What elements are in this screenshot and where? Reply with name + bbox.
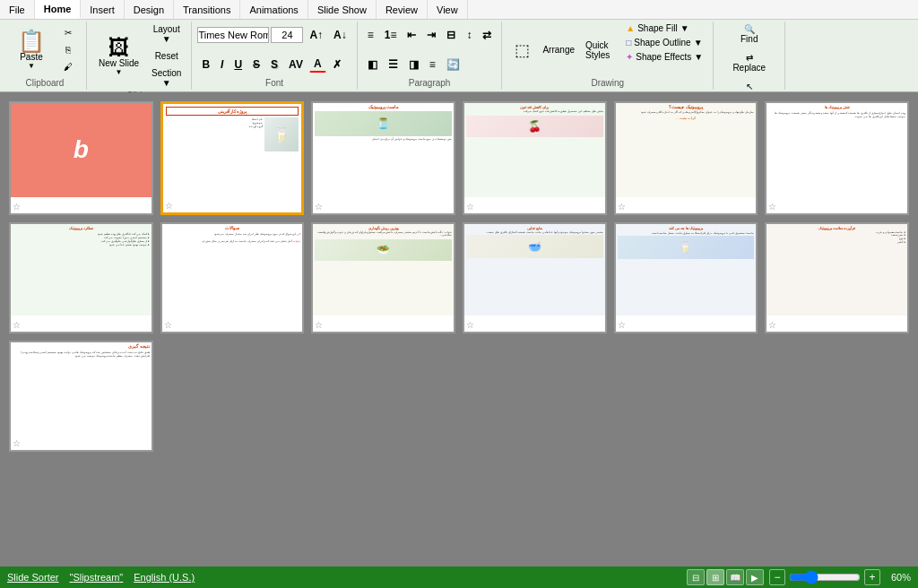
- paste-icon: 📋: [18, 30, 45, 52]
- slide-5-num: 5: [616, 197, 757, 213]
- font-size-input[interactable]: [271, 27, 303, 43]
- slides-grid: b ☆ 1 پروژه کار آفرینی نام استاد: موضوع:…: [9, 101, 909, 452]
- font-color-button[interactable]: A: [309, 56, 326, 73]
- cut-button[interactable]: ✂: [56, 25, 81, 40]
- numbering-button[interactable]: 1≡: [380, 27, 402, 43]
- status-left: Slide Sorter "Slipstream" English (U.S.): [7, 572, 195, 583]
- slide-4-num: 4: [464, 197, 605, 213]
- slide-8-content: سوالات کی این سوال که در مورد پروبیوتیک …: [162, 224, 303, 316]
- slide-4-content: برای کاهش قند خون بخش های مختلف این محصو…: [464, 103, 605, 197]
- drawing-label: Drawing: [592, 78, 625, 90]
- tab-view[interactable]: View: [428, 0, 468, 19]
- slide-12[interactable]: فرآورده سلامت پروبیوتیک ● ماست معمولی و …: [765, 222, 909, 334]
- shapes-button[interactable]: ⬚: [507, 38, 536, 63]
- zoom-slider[interactable]: [789, 570, 861, 584]
- slide-10-num: 10: [464, 316, 605, 332]
- slide-sorter[interactable]: b ☆ 1 پروژه کار آفرینی نام استاد: موضوع:…: [0, 92, 918, 566]
- status-bar: Slide Sorter "Slipstream" English (U.S.)…: [0, 566, 918, 588]
- strikethrough-button[interactable]: S: [248, 56, 264, 73]
- italic-button[interactable]: I: [216, 56, 228, 73]
- slide-4[interactable]: برای کاهش قند خون بخش های مختلف این محصو…: [463, 101, 607, 215]
- tab-file[interactable]: File: [0, 0, 35, 19]
- status-right: ⊟ ⊞ 📖 ▶ − + 60%: [687, 569, 911, 585]
- line-spacing-button[interactable]: ↕: [462, 27, 476, 43]
- zoom-out-button[interactable]: −: [769, 569, 785, 585]
- reading-view-button[interactable]: 📖: [726, 569, 744, 585]
- quick-styles-button[interactable]: QuickStyles: [581, 38, 614, 63]
- slide-1[interactable]: b ☆ 1: [9, 101, 153, 215]
- tab-animations[interactable]: Animations: [240, 0, 307, 19]
- arrange-button[interactable]: Arrange: [538, 38, 579, 63]
- reset-button[interactable]: Reset: [147, 48, 186, 64]
- tab-review[interactable]: Review: [377, 0, 428, 19]
- zoom-level[interactable]: 60%: [884, 572, 911, 583]
- slide-3[interactable]: ماست پروبیوتیک 🫙 متن توضیحات در مورد ماس…: [311, 101, 455, 215]
- normal-view-button[interactable]: ⊟: [687, 569, 705, 585]
- find-button[interactable]: 🔍 Find: [728, 22, 770, 47]
- section-button[interactable]: Section ▼: [147, 65, 186, 91]
- find-label: Find: [740, 34, 758, 44]
- columns-button[interactable]: ⊟: [442, 27, 460, 43]
- decrease-indent-button[interactable]: ⇤: [403, 27, 420, 43]
- smart-art-button[interactable]: 🔄: [442, 56, 464, 73]
- editing-group: 🔍 Find ⇄ Replace ↖ Select ▼ Editing: [714, 22, 785, 90]
- slide-7[interactable]: عملکرد پروبیوتیک ● کمک می کند تا باکتری …: [9, 222, 153, 334]
- slide-7-content: عملکرد پروبیوتیک ● کمک می کند تا باکتری …: [11, 224, 152, 316]
- slide-10[interactable]: منابع غذایی مخمر بدون محتوا پروبیوتیک مو…: [463, 222, 607, 334]
- view-mode-label[interactable]: Slide Sorter: [7, 572, 58, 583]
- font-name-input[interactable]: [197, 27, 269, 43]
- grow-font-button[interactable]: A↑: [305, 27, 327, 43]
- replace-button[interactable]: ⇄ Replace: [728, 50, 770, 75]
- shape-effects-button[interactable]: ✦ Shape Effects ▼: [621, 50, 707, 64]
- justify-button[interactable]: ≡: [425, 56, 440, 73]
- copy-button[interactable]: ⎘: [56, 42, 81, 57]
- zoom-in-button[interactable]: +: [864, 569, 880, 585]
- slideshow-view-button[interactable]: ▶: [746, 569, 764, 585]
- slide-1-num: 1: [11, 197, 152, 213]
- tab-home[interactable]: Home: [35, 0, 82, 19]
- slides-row: 🖼 New Slide ▼ Layout ▼ Reset Section ▼: [92, 22, 186, 91]
- slide-13[interactable]: نتیجه گیری طبق نتایج به دست آمده در پایا…: [9, 341, 153, 452]
- theme-label[interactable]: "Slipstream": [69, 572, 123, 583]
- tab-design[interactable]: Design: [125, 0, 174, 19]
- new-slide-label: New Slide: [99, 58, 139, 68]
- layout-label: Layout: [153, 24, 180, 34]
- shape-outline-button[interactable]: □ Shape Outline ▼: [621, 36, 707, 49]
- char-spacing-button[interactable]: AV: [284, 56, 307, 73]
- slide-11[interactable]: پروبیوتیک ها چه می کنند ماست: محصول لبنی…: [614, 222, 758, 334]
- ribbon: File Home Insert Design Transitions Anim…: [0, 0, 918, 92]
- slide-9[interactable]: بهترین روش نگهداری جواب: نگه داشتن ماست …: [311, 222, 455, 334]
- shape-outline-label: Shape Outline: [634, 38, 690, 48]
- clipboard-label: Clipboard: [26, 78, 65, 90]
- layout-button[interactable]: Layout ▼: [147, 22, 186, 47]
- format-painter-button[interactable]: 🖌: [56, 59, 81, 74]
- shape-fill-button[interactable]: ▲ Shape Fill ▼: [621, 22, 707, 35]
- bold-button[interactable]: B: [197, 56, 214, 73]
- font-row1: A↑ A↓: [197, 22, 351, 49]
- tab-transitions[interactable]: Transitions: [174, 0, 240, 19]
- text-direction-button[interactable]: ⇄: [478, 27, 496, 43]
- slide-10-content: منابع غذایی مخمر بدون محتوا پروبیوتیک مو…: [464, 224, 605, 316]
- increase-indent-button[interactable]: ⇥: [422, 27, 440, 43]
- align-right-button[interactable]: ◨: [404, 56, 423, 73]
- tab-slideshow[interactable]: Slide Show: [308, 0, 377, 19]
- underline-button[interactable]: U: [230, 56, 247, 73]
- slide-5[interactable]: پروبیوتیک چیست؟ سازمان های جهانی پروبیوت…: [614, 101, 758, 215]
- new-slide-button[interactable]: 🖼 New Slide ▼: [92, 31, 145, 82]
- slide-2[interactable]: پروژه کار آفرینی نام استاد: موضوع: گروه …: [160, 101, 305, 215]
- align-center-button[interactable]: ☰: [384, 56, 403, 73]
- slide-sorter-view-button[interactable]: ⊞: [706, 569, 724, 585]
- align-left-button[interactable]: ◧: [363, 56, 382, 73]
- drawing-right: ▲ Shape Fill ▼ □ Shape Outline ▼ ✦ Shape…: [621, 22, 707, 78]
- shadow-button[interactable]: S: [266, 56, 282, 73]
- paste-button[interactable]: 📋 Paste ▼: [9, 25, 54, 75]
- slide-12-content: فرآورده سلامت پروبیوتیک ● ماست معمولی و …: [766, 224, 907, 316]
- clear-format-button[interactable]: ✗: [328, 56, 346, 73]
- bullets-button[interactable]: ≡: [363, 27, 378, 43]
- slide-6[interactable]: نقش پروبیوتیک ها روده انسان حاوی انواع ب…: [765, 101, 909, 215]
- slide-1-content: b: [11, 103, 152, 197]
- tab-insert[interactable]: Insert: [81, 0, 125, 19]
- shrink-font-button[interactable]: A↓: [329, 27, 351, 43]
- slide-8[interactable]: سوالات کی این سوال که در مورد پروبیوتیک …: [160, 222, 305, 334]
- language-label[interactable]: English (U.S.): [134, 572, 195, 583]
